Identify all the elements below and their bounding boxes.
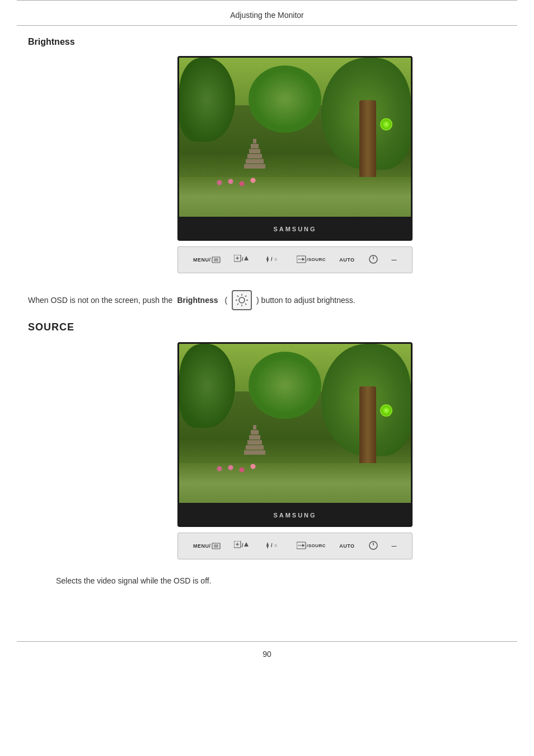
menu-button-source: MENU/	[193, 542, 221, 550]
brightness-section-title: Brightness	[28, 37, 506, 47]
svg-text:/: /	[242, 256, 243, 262]
source-button-source: /SOURCE	[297, 541, 326, 551]
adjust-button-source: /	[234, 541, 250, 551]
svg-line-24	[237, 304, 238, 305]
power-button-source	[368, 540, 378, 552]
auto-button-source: AUTO	[339, 543, 354, 549]
svg-point-17	[239, 297, 245, 303]
svg-marker-13	[302, 258, 305, 261]
monitor-buttons-source: MENU/ /	[177, 533, 413, 559]
svg-line-22	[237, 296, 238, 297]
dash-button-source: —	[391, 543, 397, 549]
svg-text:/: /	[242, 543, 243, 548]
dash-button-brightness: —	[391, 257, 397, 263]
menu-button-brightness: MENU/	[193, 255, 221, 264]
brightness-description: When OSD is not on the screen, push the …	[28, 290, 506, 310]
source-monitor-display: SAMSUNG MENU/ /	[84, 342, 506, 559]
samsung-logo-brightness: SAMSUNG	[273, 226, 316, 232]
monitor-screen-brightness	[177, 56, 413, 218]
svg-marker-8	[244, 256, 249, 260]
monitor-buttons-brightness: MENU/ /	[177, 246, 413, 273]
svg-marker-35	[266, 542, 269, 549]
svg-line-25	[245, 296, 246, 297]
svg-marker-9	[266, 256, 269, 263]
auto-button-brightness: AUTO	[339, 257, 354, 263]
svg-marker-39	[302, 544, 305, 547]
svg-marker-34	[244, 542, 249, 547]
page-number: 90	[0, 642, 534, 666]
monitor-bezel-brightness: SAMSUNG	[177, 218, 413, 241]
samsung-logo-source: SAMSUNG	[273, 512, 316, 519]
monitor-bezel-source: SAMSUNG	[177, 505, 413, 527]
adjust-button-brightness: /	[234, 255, 250, 265]
svg-text:/ ○: / ○	[271, 256, 278, 262]
svg-text:/SOURCE: /SOURCE	[307, 257, 326, 262]
source-description: Selects the video signal while the OSD i…	[56, 576, 506, 585]
source-button-brightness: /SOURCE	[297, 255, 326, 265]
brightness-button: / ○	[263, 255, 283, 265]
brightness-monitor-display: SAMSUNG MENU/ /	[84, 56, 506, 273]
page-title: Adjusting the Monitor	[230, 11, 304, 20]
power-button-brightness	[368, 254, 378, 265]
brightness-icon	[232, 290, 252, 310]
monitor-screen-source	[177, 342, 413, 505]
svg-text:/ ○: / ○	[271, 543, 278, 548]
brightness-button-source: / ○	[263, 541, 283, 551]
svg-line-23	[245, 304, 246, 305]
source-section-title: SOURCE	[28, 321, 506, 333]
svg-text:/SOURCE: /SOURCE	[307, 543, 326, 548]
